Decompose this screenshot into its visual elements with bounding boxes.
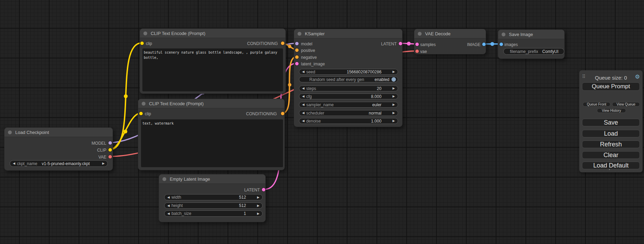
prompt-text-area[interactable]: beautiful scenery nature glass bottle la… — [142, 48, 283, 91]
collapse-dot-icon[interactable] — [298, 32, 301, 36]
node-clip-text-encode-negative[interactable]: CLIP Text Encode (Prompt) clip CONDITION… — [138, 99, 285, 170]
node-vae-decode[interactable]: VAE Decode samples vae IMAGE — [414, 29, 486, 54]
denoise-widget[interactable]: ◀ denoise 1.000 ▶ — [299, 118, 398, 124]
node-empty-latent-image[interactable]: Empty Latent Image LATENT ◀ width 512 ▶ … — [159, 174, 266, 222]
decrement-arrow-icon[interactable]: ◀ — [302, 111, 305, 115]
output-label-latent: LATENT — [244, 188, 260, 192]
view-history-button[interactable]: View History — [597, 108, 626, 113]
output-label-image: IMAGE — [467, 42, 480, 47]
widget-label: height — [171, 203, 183, 208]
widget-label: denoise — [306, 119, 321, 124]
node-clip-text-encode-positive[interactable]: CLIP Text Encode (Prompt) clip CONDITION… — [140, 28, 286, 94]
clear-button[interactable]: Clear — [582, 151, 640, 159]
decrement-arrow-icon[interactable]: ◀ — [302, 95, 305, 98]
ckpt-name-widget[interactable]: ◀ ckpt_name v1-5-pruned-emaonly.ckpt ▶ — [10, 160, 108, 167]
increment-arrow-icon[interactable]: ▶ — [257, 212, 259, 215]
decrement-arrow-icon[interactable]: ◀ — [167, 204, 170, 207]
node-title-bar[interactable]: Empty Latent Image — [159, 174, 265, 184]
steps-widget[interactable]: ◀ steps 20 ▶ — [299, 85, 398, 91]
node-title-bar[interactable]: Load Checkpoint — [5, 128, 113, 137]
load-default-button[interactable]: Load Default — [582, 162, 640, 169]
widget-label: Random seed after every gen — [309, 77, 364, 82]
decrement-arrow-icon[interactable]: ◀ — [302, 87, 305, 90]
node-save-image[interactable]: Save Image images filename_prefix ComfyU… — [498, 29, 565, 59]
output-port-latent[interactable] — [262, 188, 265, 191]
collapse-dot-icon[interactable] — [143, 31, 147, 35]
input-port-clip[interactable] — [139, 112, 143, 115]
node-title-bar[interactable]: VAE Decode — [414, 29, 486, 38]
node-title-bar[interactable]: Save Image — [498, 30, 564, 39]
increment-arrow-icon[interactable]: ▶ — [392, 87, 395, 90]
collapse-dot-icon[interactable] — [162, 177, 166, 181]
widget-label: width — [171, 195, 181, 200]
gear-icon[interactable]: ⚙ — [635, 73, 640, 80]
node-load-checkpoint[interactable]: Load Checkpoint MODEL CLIP VAE ◀ ckpt_na… — [4, 127, 113, 171]
input-port-model[interactable] — [295, 42, 299, 45]
increment-arrow-icon[interactable]: ▶ — [392, 111, 395, 115]
increment-arrow-icon[interactable]: ▶ — [392, 119, 395, 123]
input-port-clip[interactable] — [140, 42, 144, 45]
increment-arrow-icon[interactable]: ▶ — [102, 162, 105, 165]
output-port-model[interactable] — [108, 141, 112, 145]
queue-prompt-button[interactable]: Queue Prompt — [582, 82, 640, 91]
collapse-dot-icon[interactable] — [142, 102, 145, 106]
toggle-enabled-indicator[interactable] — [391, 77, 396, 82]
filename-prefix-widget[interactable]: filename_prefix ComfyUI — [503, 48, 564, 55]
collapse-dot-icon[interactable] — [8, 130, 12, 134]
node-ksampler[interactable]: KSampler model positive negative latent_… — [294, 29, 403, 127]
node-title: VAE Decode — [425, 31, 450, 36]
increment-arrow-icon[interactable]: ▶ — [257, 196, 259, 199]
input-port-images[interactable] — [500, 43, 503, 46]
view-queue-button[interactable]: View Queue — [612, 102, 640, 107]
sampler-name-widget[interactable]: ◀ sampler_name euler ▶ — [299, 102, 398, 108]
seed-widget[interactable]: ◀ seed 156680208700286 ▶ — [299, 69, 398, 75]
width-widget[interactable]: ◀ width 512 ▶ — [164, 194, 263, 200]
decrement-arrow-icon[interactable]: ◀ — [167, 196, 170, 199]
input-label-latent-image: latent_image — [301, 62, 325, 66]
input-port-latent-image[interactable] — [295, 62, 299, 65]
output-port-clip[interactable] — [108, 148, 112, 152]
decrement-arrow-icon[interactable]: ◀ — [167, 212, 170, 215]
output-port-conditioning[interactable] — [281, 42, 284, 45]
collapse-dot-icon[interactable] — [418, 32, 422, 36]
output-label-conditioning: CONDITIONING — [246, 111, 277, 116]
node-title-bar[interactable]: CLIP Text Encode (Prompt) — [138, 99, 284, 108]
output-port-latent[interactable] — [399, 42, 402, 45]
widget-value: 1 — [244, 211, 246, 216]
output-port-conditioning[interactable] — [281, 112, 284, 115]
decrement-arrow-icon[interactable]: ◀ — [302, 103, 305, 106]
cfg-widget[interactable]: ◀ cfg 8.000 ▶ — [299, 93, 398, 99]
batch-size-widget[interactable]: ◀ batch_size 1 ▶ — [164, 210, 263, 217]
input-port-positive[interactable] — [295, 48, 299, 52]
increment-arrow-icon[interactable]: ▶ — [392, 70, 395, 73]
decrement-arrow-icon[interactable]: ◀ — [302, 119, 305, 123]
load-button[interactable]: Load — [582, 130, 640, 137]
save-button[interactable]: Save — [582, 119, 640, 126]
node-title-bar[interactable]: KSampler — [294, 29, 402, 38]
increment-arrow-icon[interactable]: ▶ — [392, 103, 395, 106]
input-port-samples[interactable] — [415, 43, 419, 46]
prompt-text-area[interactable]: text, watermark — [141, 119, 283, 167]
increment-arrow-icon[interactable]: ▶ — [392, 95, 395, 98]
scheduler-widget[interactable]: ◀ scheduler normal ▶ — [299, 110, 398, 116]
refresh-button[interactable]: Refresh — [582, 141, 640, 148]
decrement-arrow-icon[interactable]: ◀ — [302, 70, 305, 73]
decrement-arrow-icon[interactable]: ◀ — [13, 162, 15, 165]
output-port-image[interactable] — [482, 43, 486, 46]
output-label-latent: LATENT — [381, 42, 397, 46]
input-port-vae[interactable] — [415, 49, 419, 53]
input-label-negative: negative — [301, 55, 317, 60]
random-seed-toggle-widget[interactable]: Random seed after every gen enabled — [299, 76, 398, 82]
widget-value: 8.000 — [371, 94, 381, 99]
output-port-vae[interactable] — [108, 155, 112, 159]
widget-value: 156680208700286 — [347, 70, 381, 74]
input-port-negative[interactable] — [295, 55, 299, 59]
input-label-model: model — [301, 42, 312, 46]
collapse-dot-icon[interactable] — [502, 33, 505, 36]
queue-front-button[interactable]: Queue Front — [583, 102, 610, 107]
output-label-clip: CLIP — [97, 148, 106, 153]
input-label-images: images — [504, 42, 518, 47]
node-title-bar[interactable]: CLIP Text Encode (Prompt) — [140, 29, 285, 38]
increment-arrow-icon[interactable]: ▶ — [257, 204, 259, 207]
height-widget[interactable]: ◀ height 512 ▶ — [164, 202, 263, 209]
